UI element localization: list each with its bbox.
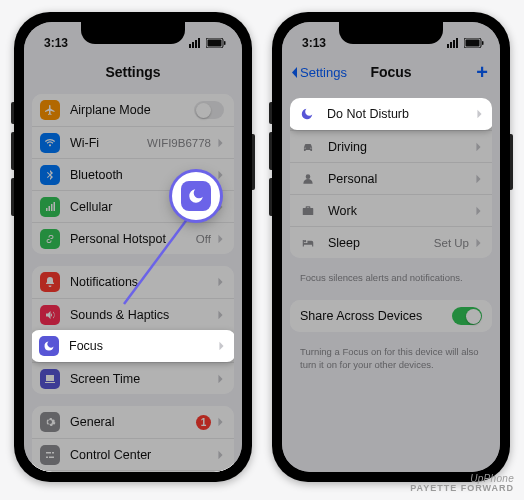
- chevron-right-icon: [217, 138, 224, 148]
- status-right: [447, 38, 484, 48]
- chevron-right-icon: [217, 234, 224, 244]
- settings-group-alerts: Notifications Sounds & Haptics Focus: [32, 266, 234, 394]
- navbar-settings: Settings: [24, 56, 242, 88]
- chevron-right-icon: [475, 142, 482, 152]
- row-work[interactable]: Work: [290, 194, 492, 226]
- badge-count: 1: [196, 415, 211, 430]
- chevron-right-icon: [217, 417, 224, 427]
- watermark: UpPhone PAYETTE FORWARD: [410, 473, 514, 494]
- row-notifications[interactable]: Notifications: [32, 266, 234, 298]
- row-label: Work: [328, 204, 475, 218]
- battery-icon: [464, 38, 484, 48]
- share-footer-note: Turning a Focus on for this device will …: [282, 344, 500, 381]
- row-label: Share Across Devices: [300, 309, 452, 323]
- wifi-row-icon: [40, 133, 60, 153]
- row-screen-time[interactable]: Screen Time: [32, 362, 234, 394]
- share-group: Share Across Devices: [290, 300, 492, 332]
- watermark-line2: PAYETTE FORWARD: [410, 484, 514, 494]
- sounds-icon: [40, 305, 60, 325]
- row-wifi[interactable]: Wi-Fi WIFI9B6778: [32, 126, 234, 158]
- row-personal[interactable]: Personal: [290, 162, 492, 194]
- row-label: Airplane Mode: [70, 103, 194, 117]
- focus-footer-note: Focus silences alerts and notifications.: [282, 270, 500, 294]
- row-label: Personal Hotspot: [70, 232, 196, 246]
- row-sleep[interactable]: Sleep Set Up: [290, 226, 492, 258]
- power-button: [510, 134, 513, 190]
- page-title: Settings: [105, 64, 160, 80]
- chevron-right-icon: [476, 109, 483, 119]
- svg-rect-12: [482, 41, 484, 45]
- row-label: Wi-Fi: [70, 136, 147, 150]
- row-driving[interactable]: Driving: [290, 130, 492, 162]
- focus-list-group: Do Not Disturb Driving Personal: [290, 98, 492, 258]
- bluetooth-icon: [40, 165, 60, 185]
- back-label: Settings: [300, 65, 347, 80]
- phone-right-frame: 3:13 Settings Focus +: [272, 12, 510, 482]
- focus-moon-icon: [39, 336, 59, 356]
- row-sounds-haptics[interactable]: Sounds & Haptics: [32, 298, 234, 330]
- row-label: Driving: [328, 140, 475, 154]
- chevron-right-icon: [217, 450, 224, 460]
- chevron-right-icon: [217, 277, 224, 287]
- row-general[interactable]: General 1: [32, 406, 234, 438]
- chevron-right-icon: [218, 341, 225, 351]
- row-focus[interactable]: Focus: [32, 330, 234, 362]
- power-button: [252, 134, 255, 190]
- row-label: Control Center: [70, 448, 217, 462]
- row-label: Personal: [328, 172, 475, 186]
- chevron-right-icon: [475, 238, 482, 248]
- row-do-not-disturb[interactable]: Do Not Disturb: [290, 98, 492, 130]
- control-center-icon: [40, 445, 60, 465]
- row-value: WIFI9B6778: [147, 137, 211, 149]
- row-label: Do Not Disturb: [327, 107, 476, 121]
- add-focus-button[interactable]: +: [476, 62, 488, 82]
- cellular-signal-icon: [189, 38, 200, 48]
- screen-time-icon: [40, 369, 60, 389]
- row-label: Focus: [69, 339, 218, 353]
- row-airplane-mode[interactable]: Airplane Mode: [32, 94, 234, 126]
- phone-left-screen: 3:13 Settings Airplane Mode: [24, 22, 242, 472]
- svg-rect-11: [466, 40, 480, 47]
- phone-left-frame: 3:13 Settings Airplane Mode: [14, 12, 252, 482]
- phone-right-screen: 3:13 Settings Focus +: [282, 22, 500, 472]
- row-share-across-devices[interactable]: Share Across Devices: [290, 300, 492, 332]
- moon-icon: [297, 104, 317, 124]
- bed-icon: [298, 233, 318, 253]
- notifications-icon: [40, 272, 60, 292]
- focus-callout-bubble: [172, 172, 220, 220]
- page-title: Focus: [370, 64, 411, 80]
- notch: [339, 22, 443, 44]
- navbar-focus: Settings Focus +: [282, 56, 500, 88]
- cellular-signal-icon: [447, 38, 458, 48]
- chevron-right-icon: [217, 310, 224, 320]
- chevron-right-icon: [475, 206, 482, 216]
- svg-rect-1: [208, 40, 222, 47]
- row-display-brightness[interactable]: Display & Brightness: [32, 470, 234, 472]
- gear-icon: [40, 412, 60, 432]
- status-time: 3:13: [44, 36, 68, 50]
- battery-icon: [206, 38, 226, 48]
- notch: [81, 22, 185, 44]
- row-value: Off: [196, 233, 211, 245]
- row-value: Set Up: [434, 237, 469, 249]
- row-control-center[interactable]: Control Center: [32, 438, 234, 470]
- row-label: Sounds & Haptics: [70, 308, 217, 322]
- share-toggle[interactable]: [452, 307, 482, 325]
- chevron-left-icon: [290, 66, 298, 79]
- svg-rect-2: [224, 41, 226, 45]
- back-button[interactable]: Settings: [290, 65, 347, 80]
- car-icon: [298, 137, 318, 157]
- cellular-icon: [40, 197, 60, 217]
- status-time: 3:13: [302, 36, 326, 50]
- focus-moon-icon: [181, 181, 211, 211]
- briefcase-icon: [298, 201, 318, 221]
- status-right: [189, 38, 226, 48]
- chevron-right-icon: [217, 170, 224, 180]
- hotspot-icon: [40, 229, 60, 249]
- row-personal-hotspot[interactable]: Personal Hotspot Off: [32, 222, 234, 254]
- airplane-toggle[interactable]: [194, 101, 224, 119]
- person-icon: [298, 169, 318, 189]
- chevron-right-icon: [475, 174, 482, 184]
- row-label: Screen Time: [70, 372, 217, 386]
- airplane-icon: [40, 100, 60, 120]
